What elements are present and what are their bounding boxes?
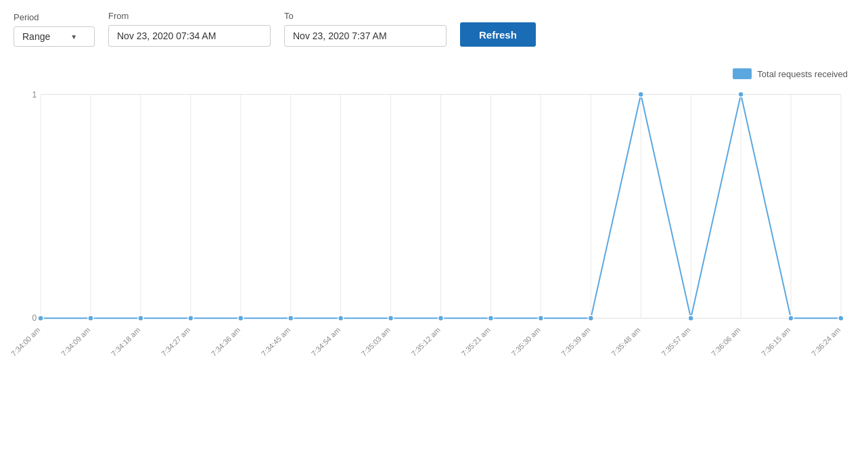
top-bar: Period Range ▼ From To Refresh	[0, 0, 868, 55]
svg-point-37	[838, 315, 844, 321]
svg-text:7:35:39 am: 7:35:39 am	[559, 325, 591, 357]
svg-point-35	[738, 92, 744, 97]
svg-text:7:34:54 am: 7:34:54 am	[310, 325, 342, 357]
svg-point-31	[538, 315, 543, 321]
svg-point-21	[38, 315, 43, 321]
period-label: Period	[14, 12, 95, 22]
svg-text:1: 1	[32, 90, 37, 99]
period-select[interactable]: Range ▼	[14, 26, 95, 47]
svg-point-26	[288, 315, 294, 321]
svg-point-36	[788, 315, 794, 321]
svg-text:7:35:30 am: 7:35:30 am	[509, 325, 541, 357]
legend-color-swatch	[733, 68, 752, 79]
chevron-down-icon: ▼	[70, 33, 77, 41]
svg-text:0: 0	[32, 313, 37, 323]
chart-area: Total requests received 017:34:00 am7:34…	[0, 55, 868, 376]
from-label: From	[108, 11, 271, 21]
refresh-button[interactable]: Refresh	[460, 22, 536, 47]
svg-point-24	[188, 315, 193, 321]
to-input[interactable]	[284, 25, 447, 47]
svg-text:7:36:06 am: 7:36:06 am	[710, 325, 741, 357]
svg-text:7:35:48 am: 7:35:48 am	[610, 325, 641, 357]
svg-point-22	[88, 315, 93, 321]
svg-text:7:36:15 am: 7:36:15 am	[760, 325, 792, 357]
svg-point-29	[438, 315, 444, 321]
svg-text:7:35:12 am: 7:35:12 am	[409, 325, 441, 357]
chart-svg: 017:34:00 am7:34:09 am7:34:18 am7:34:27 …	[14, 85, 854, 376]
svg-text:7:34:00 am: 7:34:00 am	[9, 325, 41, 357]
to-field-group: To	[284, 11, 447, 47]
svg-text:7:35:57 am: 7:35:57 am	[660, 325, 691, 357]
svg-text:7:35:21 am: 7:35:21 am	[459, 325, 491, 357]
svg-text:7:34:45 am: 7:34:45 am	[260, 325, 292, 357]
svg-point-34	[688, 315, 693, 321]
svg-text:7:36:24 am: 7:36:24 am	[810, 325, 842, 357]
svg-point-30	[488, 315, 493, 321]
svg-text:7:34:27 am: 7:34:27 am	[160, 325, 191, 357]
period-value: Range	[22, 31, 50, 42]
svg-point-27	[338, 315, 344, 321]
legend-label: Total requests received	[757, 69, 848, 79]
svg-point-32	[588, 315, 593, 321]
to-label: To	[284, 11, 447, 21]
svg-text:7:35:03 am: 7:35:03 am	[360, 325, 392, 357]
from-field-group: From	[108, 11, 271, 47]
svg-point-23	[138, 315, 143, 321]
chart-legend: Total requests received	[14, 68, 854, 79]
svg-point-33	[638, 92, 643, 97]
svg-text:7:34:36 am: 7:34:36 am	[210, 325, 242, 357]
svg-text:7:34:09 am: 7:34:09 am	[60, 325, 91, 357]
svg-point-28	[388, 315, 394, 321]
svg-point-25	[238, 315, 244, 321]
chart-container: 017:34:00 am7:34:09 am7:34:18 am7:34:27 …	[14, 85, 854, 376]
svg-text:7:34:18 am: 7:34:18 am	[110, 325, 141, 357]
from-input[interactable]	[108, 25, 271, 47]
period-field-group: Period Range ▼	[14, 12, 95, 47]
